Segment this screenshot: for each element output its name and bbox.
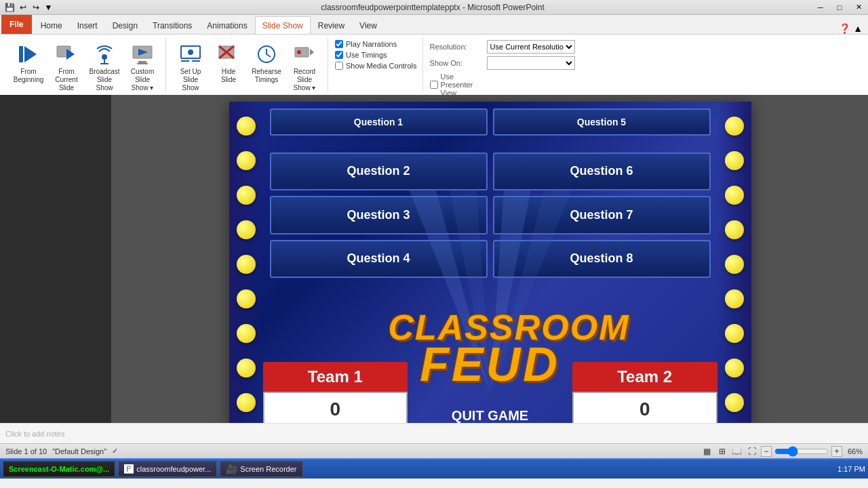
theme-info: "Default Design" [52, 447, 106, 455]
undo-button[interactable]: ↩ [17, 1, 28, 14]
custom-slideshow-button[interactable]: CustomSlide Show ▾ [125, 40, 160, 94]
svg-point-12 [188, 49, 193, 55]
svg-point-23 [297, 50, 301, 54]
use-timings-input[interactable] [335, 51, 343, 59]
broadcast-label: BroadcastSlide Show [89, 68, 119, 92]
slide-canvas: Question 1 Question 5 Question 2 Questio… [229, 102, 751, 423]
notes-panel[interactable]: Click to add notes [0, 423, 868, 443]
tab-transitions[interactable]: Transitions [145, 16, 199, 34]
from-current-slide-button[interactable]: FromCurrent Slide [49, 40, 84, 94]
screen-recorder-icon: 🎥 [226, 464, 237, 474]
more-qa-button[interactable]: ▼ [43, 1, 54, 14]
window-controls[interactable]: ─ □ ✕ [811, 1, 868, 14]
question-1-button[interactable]: Question 1 [270, 108, 488, 136]
tab-insert[interactable]: Insert [70, 16, 105, 34]
status-left: Slide 1 of 10 "Default Design" ✓ [5, 447, 118, 455]
tab-animations[interactable]: Animations [199, 16, 254, 34]
show-on-select[interactable] [487, 56, 575, 70]
help-button[interactable]: ❓ [839, 23, 850, 34]
tab-home[interactable]: Home [33, 16, 70, 34]
ribbon-group-options: Play Narrations Use Timings Show Media C… [330, 37, 423, 92]
notes-placeholder: Click to add notes [5, 430, 64, 438]
maximize-button[interactable]: □ [830, 1, 849, 14]
hide-slide-button[interactable]: HideSlide [211, 40, 246, 86]
view-slideshow-icon[interactable]: ⛶ [746, 445, 758, 458]
dot [725, 186, 744, 205]
rehearse-timings-button[interactable]: RehearseTimings [249, 40, 284, 86]
presenter-view-label: Use Presenter View [441, 73, 484, 97]
spell-check-icon[interactable]: ✓ [112, 447, 118, 455]
from-beginning-icon [16, 42, 41, 66]
from-beginning-button[interactable]: FromBeginning [11, 40, 46, 86]
show-on-row: Show On: [430, 56, 575, 70]
screen-recorder-app[interactable]: 🎥 Screen Recorder [220, 461, 302, 477]
powerpoint-label: classroomfeudpower... [136, 465, 211, 473]
resolution-label: Resolution: [430, 43, 484, 51]
record-slideshow-button[interactable]: Record SlideShow ▾ [287, 40, 322, 94]
question-2-button[interactable]: Question 2 [270, 152, 488, 191]
resolution-row: Resolution: Use Current Resolution [430, 40, 575, 54]
save-button[interactable]: 💾 [4, 1, 16, 14]
tab-slideshow[interactable]: Slide Show [255, 16, 311, 34]
window-title: classroomfeudpowerpointtemplatepptx - Mi… [54, 3, 811, 12]
question-5-button[interactable]: Question 5 [493, 108, 711, 136]
question-6-button[interactable]: Question 6 [493, 152, 711, 191]
set-up-slideshow-button[interactable]: Set UpSlide Show [173, 40, 208, 94]
tab-design[interactable]: Design [105, 16, 145, 34]
left-dots-decoration [229, 102, 263, 423]
show-media-input[interactable] [335, 62, 343, 70]
ribbon-group-setup: Set UpSlide Show HideSlide [167, 37, 328, 92]
view-reading-icon[interactable]: 📖 [731, 445, 743, 458]
tab-view[interactable]: View [352, 16, 384, 34]
custom-icon [130, 42, 155, 66]
svg-line-20 [267, 54, 271, 57]
powerpoint-app[interactable]: 🅿 classroomfeudpower... [118, 461, 217, 477]
presenter-view-checkbox[interactable]: Use Presenter View [430, 73, 484, 97]
broadcast-slideshow-button[interactable]: BroadcastSlide Show [87, 40, 122, 94]
resolution-select[interactable]: Use Current Resolution [487, 40, 575, 54]
svg-rect-0 [19, 46, 23, 62]
zoom-out-button[interactable]: − [761, 446, 772, 457]
svg-point-4 [102, 54, 107, 60]
redo-button[interactable]: ↪ [30, 1, 41, 14]
play-narrations-checkbox[interactable]: Play Narrations [335, 40, 417, 48]
zoom-control: − + 66% [761, 446, 863, 457]
play-narrations-label: Play Narrations [346, 40, 397, 48]
use-timings-checkbox[interactable]: Use Timings [335, 51, 417, 59]
dot [725, 359, 744, 378]
minimize-ribbon-button[interactable]: ▲ [853, 23, 863, 34]
dot [237, 255, 256, 274]
dot [237, 220, 256, 239]
minimize-button[interactable]: ─ [811, 1, 830, 14]
from-current-label: FromCurrent Slide [52, 68, 81, 92]
svg-rect-10 [137, 63, 148, 64]
quick-access-toolbar[interactable]: 💾 ↩ ↪ ▼ [0, 1, 54, 14]
screencast-app[interactable]: Screencast-O-Matic.com@... [3, 461, 115, 477]
from-beginning-label: FromBeginning [14, 68, 43, 84]
tab-review[interactable]: Review [311, 16, 352, 34]
dot [725, 393, 744, 412]
dot [237, 324, 256, 343]
slide-panel [0, 95, 112, 423]
show-on-label: Show On: [430, 59, 484, 67]
presenter-view-input[interactable] [430, 81, 438, 89]
play-narrations-input[interactable] [335, 40, 343, 48]
taskbar: Screencast-O-Matic.com@... 🅿 classroomfe… [0, 458, 868, 479]
presenter-view-row: Use Presenter View [430, 73, 575, 97]
right-dots-decoration [717, 102, 751, 423]
ribbon-group-monitors: Resolution: Use Current Resolution Show … [425, 37, 580, 92]
zoom-slider[interactable] [774, 447, 829, 456]
feud-text: FEUD [389, 344, 592, 386]
rehearse-label: RehearseTimings [252, 68, 281, 84]
team1-score: 0 [263, 392, 408, 423]
tab-file[interactable]: File [1, 15, 32, 34]
close-button[interactable]: ✕ [849, 1, 868, 14]
view-normal-icon[interactable]: ▦ [701, 445, 713, 458]
show-media-controls-checkbox[interactable]: Show Media Controls [335, 62, 417, 70]
setup-icon [178, 42, 203, 66]
custom-slideshow-label: CustomSlide Show ▾ [128, 68, 157, 92]
view-slide-sorter-icon[interactable]: ⊞ [716, 445, 728, 458]
dot [725, 151, 744, 170]
quit-game-button[interactable]: QUIT GAME [452, 408, 528, 423]
zoom-in-button[interactable]: + [831, 446, 842, 457]
